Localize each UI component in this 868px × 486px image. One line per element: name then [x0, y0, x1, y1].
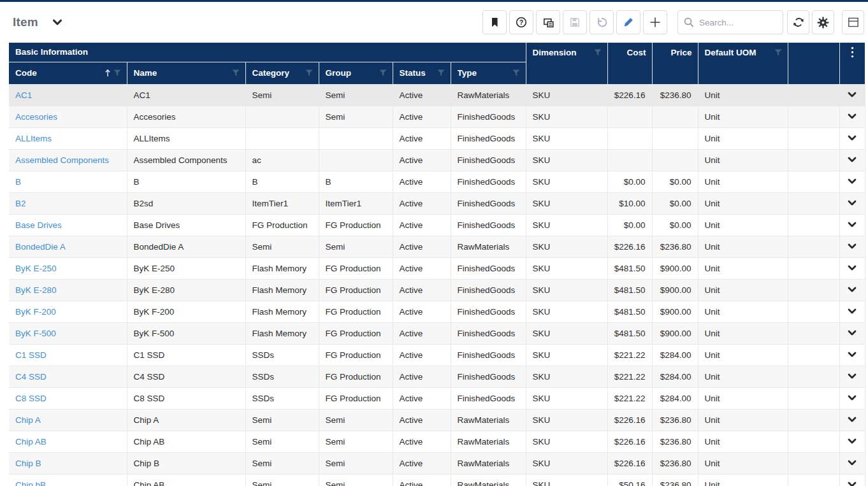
- column-header-price[interactable]: Price: [652, 43, 698, 84]
- item-code-link[interactable]: AC1: [15, 90, 32, 100]
- table-row[interactable]: ByK E-280ByK E-280Flash MemoryFG Product…: [9, 279, 865, 301]
- row-expand-chevron-icon[interactable]: [848, 480, 857, 486]
- row-expand-chevron-icon[interactable]: [848, 263, 857, 271]
- item-code-link[interactable]: ALLItems: [15, 134, 52, 143]
- settings-button[interactable]: [812, 10, 834, 34]
- table-row[interactable]: Chip bBChip ABSemiSemiActiveRawMaterials…: [9, 474, 865, 486]
- column-header-category[interactable]: Category: [245, 62, 319, 84]
- table-row[interactable]: BondedDie ABondedDie ASemiSemiActiveRawM…: [9, 236, 865, 257]
- cell-status: Active: [393, 452, 451, 474]
- edit-button[interactable]: [616, 10, 640, 34]
- row-expand-chevron-icon[interactable]: [848, 176, 857, 185]
- row-expand-chevron-icon[interactable]: [848, 328, 857, 336]
- item-code-link[interactable]: Base Drives: [15, 220, 62, 230]
- item-code-link[interactable]: Chip bB: [15, 480, 46, 486]
- table-row[interactable]: AccesoriesAccesoriesSemiActiveFinishedGo…: [9, 106, 865, 127]
- item-code-link[interactable]: ByK F-200: [15, 307, 56, 317]
- table-row[interactable]: ByK F-200ByK F-200Flash MemoryFG Product…: [9, 301, 865, 322]
- table-row[interactable]: C4 SSDC4 SSDSSDsFG ProductionActiveFinis…: [9, 366, 865, 387]
- item-code-link[interactable]: C1 SSD: [15, 350, 47, 360]
- row-expand-chevron-icon[interactable]: [848, 350, 857, 358]
- search-input[interactable]: [699, 18, 778, 27]
- bookmark-icon: [488, 16, 501, 29]
- undo-button[interactable]: [590, 10, 614, 34]
- item-code-link[interactable]: Chip B: [15, 459, 41, 468]
- column-header-cost[interactable]: Cost: [607, 43, 652, 84]
- item-code-link[interactable]: B: [15, 177, 21, 187]
- cell-name: Chip AB: [127, 474, 245, 486]
- row-expand-chevron-icon[interactable]: [848, 133, 857, 141]
- table-row[interactable]: Chip BChip BSemiSemiActiveRawMaterialsSK…: [9, 452, 865, 474]
- row-expand-chevron-icon[interactable]: [848, 90, 857, 98]
- table-row[interactable]: Assembled ComponentsAssembled Components…: [9, 149, 865, 171]
- row-expand-chevron-icon[interactable]: [848, 285, 857, 293]
- item-code-link[interactable]: Accesories: [15, 112, 57, 122]
- row-expand-chevron-icon[interactable]: [848, 458, 857, 466]
- table-row[interactable]: ByK F-500ByK F-500Flash MemoryFG Product…: [9, 322, 865, 344]
- table-row[interactable]: ByK E-250ByK E-250Flash MemoryFG Product…: [9, 257, 865, 279]
- item-code-link[interactable]: C8 SSD: [15, 394, 47, 403]
- filter-icon[interactable]: [594, 49, 602, 56]
- row-expand-chevron-icon[interactable]: [848, 220, 857, 228]
- column-header-default-uom[interactable]: Default UOM: [698, 43, 788, 84]
- column-header-name[interactable]: Name: [127, 62, 245, 84]
- row-expand-chevron-icon[interactable]: [848, 415, 857, 423]
- row-expand-chevron-icon[interactable]: [848, 371, 857, 380]
- copy-button[interactable]: [536, 10, 560, 34]
- table-row[interactable]: Base DrivesBase DrivesFG ProductionFG Pr…: [9, 214, 865, 236]
- filter-icon[interactable]: [113, 69, 121, 76]
- table-row[interactable]: Chip ABChip ABSemiSemiActiveRawMaterials…: [9, 431, 865, 452]
- table-row[interactable]: BBBBActiveFinishedGoodsSKU$0.00$0.00Unit: [9, 171, 865, 192]
- title-dropdown[interactable]: [52, 19, 62, 26]
- cell-empty: [788, 192, 839, 214]
- table-row[interactable]: C1 SSDC1 SSDSSDsFG ProductionActiveFinis…: [9, 344, 865, 366]
- column-header-dimension[interactable]: Dimension: [526, 43, 607, 84]
- item-code-link[interactable]: B2: [15, 199, 26, 208]
- cell-cost: $481.50: [607, 257, 652, 279]
- cell-uom: Unit: [698, 257, 788, 279]
- cell-name: ByK E-280: [127, 279, 245, 301]
- item-code-link[interactable]: Chip AB: [15, 437, 47, 447]
- add-button[interactable]: [643, 10, 667, 34]
- row-expand-chevron-icon[interactable]: [848, 241, 857, 250]
- item-code-link[interactable]: C4 SSD: [15, 372, 47, 382]
- filter-icon[interactable]: [512, 69, 520, 76]
- cell-code: ByK E-250: [9, 257, 127, 279]
- filter-icon[interactable]: [437, 69, 445, 76]
- row-expand-cell: [839, 279, 865, 301]
- row-expand-chevron-icon[interactable]: [848, 155, 857, 163]
- filter-icon[interactable]: [305, 69, 313, 76]
- row-expand-chevron-icon[interactable]: [848, 111, 857, 120]
- table-row[interactable]: B2B2sdItemTier1ItemTier1ActiveFinishedGo…: [9, 192, 865, 214]
- item-code-link[interactable]: Assembled Components: [15, 155, 109, 165]
- filter-icon[interactable]: [232, 69, 240, 76]
- item-code-link[interactable]: Chip A: [15, 415, 41, 425]
- column-header-status[interactable]: Status: [393, 62, 451, 84]
- column-header-type[interactable]: Type: [451, 62, 526, 84]
- table-row[interactable]: AC1AC1SemiSemiActiveRawMaterialsSKU$226.…: [9, 84, 865, 106]
- layout-button[interactable]: [842, 10, 864, 34]
- cell-category: Semi: [245, 474, 319, 486]
- filter-icon[interactable]: [379, 69, 387, 76]
- filter-icon[interactable]: [774, 49, 782, 56]
- kebab-menu-icon[interactable]: [851, 46, 854, 58]
- save-button[interactable]: [563, 10, 587, 34]
- column-header-code[interactable]: Code: [9, 62, 127, 84]
- item-code-link[interactable]: ByK E-250: [15, 264, 57, 273]
- row-expand-chevron-icon[interactable]: [848, 306, 857, 315]
- item-code-link[interactable]: ByK E-280: [15, 285, 57, 295]
- refresh-button[interactable]: [787, 10, 809, 34]
- page-title: Item: [13, 15, 38, 29]
- item-code-link[interactable]: BondedDie A: [15, 242, 66, 252]
- cell-cost: [607, 127, 652, 149]
- table-row[interactable]: C8 SSDC8 SSDSSDsFG ProductionActiveFinis…: [9, 387, 865, 409]
- row-expand-chevron-icon[interactable]: [848, 436, 857, 445]
- table-row[interactable]: ALLItemsALLItemsActiveFinishedGoodsSKUUn…: [9, 127, 865, 149]
- bookmark-button[interactable]: [482, 10, 507, 34]
- row-expand-chevron-icon[interactable]: [848, 393, 857, 401]
- row-expand-chevron-icon[interactable]: [848, 198, 857, 206]
- table-row[interactable]: Chip AChip ASemiSemiActiveRawMaterialsSK…: [9, 409, 865, 431]
- item-code-link[interactable]: ByK F-500: [15, 329, 56, 338]
- help-button[interactable]: ?: [509, 10, 533, 34]
- column-header-group[interactable]: Group: [319, 62, 393, 84]
